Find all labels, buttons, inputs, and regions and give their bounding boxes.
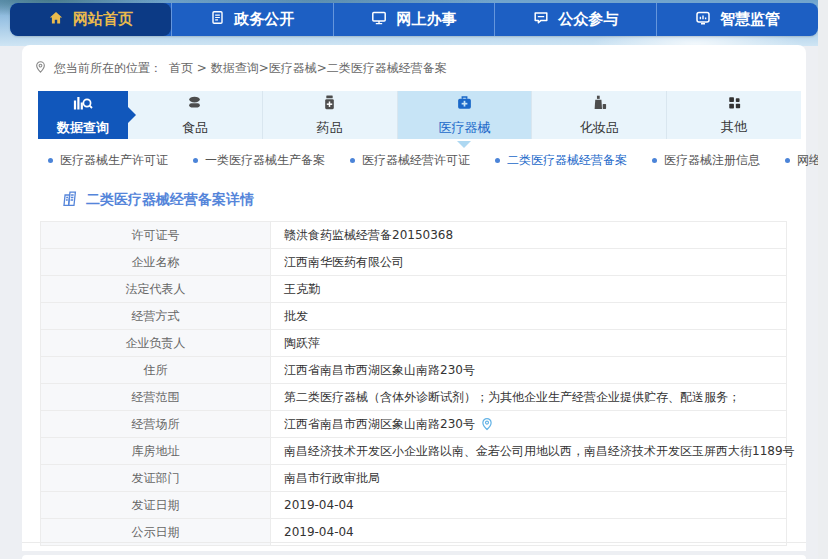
row-value: 赣洪食药监械经营备20150368 (284, 228, 453, 242)
nav-item-label: 政务公开 (234, 10, 294, 29)
tab-label: 数据查询 (57, 119, 109, 137)
row-value-cell: 2019-04-04 (271, 492, 787, 519)
tab-others[interactable]: 其他 (667, 91, 801, 139)
data-query-icon (73, 94, 93, 114)
tab-food[interactable]: 食品 (128, 91, 263, 139)
bullet-dot-icon (48, 158, 53, 163)
row-value: 陶跃萍 (284, 336, 320, 350)
top-navigation: 网站首页 政务公开 网上办事 公众参与 智慧监管 (10, 3, 818, 36)
table-row: 法定代表人 王克勤 (41, 276, 787, 303)
drug-icon (322, 94, 337, 114)
grid-icon (727, 95, 742, 113)
table-row: 发证部门 南昌市行政审批局 (41, 465, 787, 492)
row-label: 发证日期 (41, 492, 271, 519)
row-label: 经营场所 (41, 411, 271, 438)
smart-monitor-icon (695, 10, 711, 30)
nav-item-online-services[interactable]: 网上办事 (333, 3, 495, 36)
tab-label: 药品 (317, 119, 343, 137)
row-value: 2019-04-04 (284, 498, 354, 512)
tab-label: 食品 (182, 119, 208, 137)
tab-cosmetics[interactable]: 化妆品 (532, 91, 667, 139)
tab-data-query[interactable]: 数据查询 (38, 91, 128, 139)
row-value: 批发 (284, 309, 308, 323)
nav-item-label: 智慧监管 (720, 10, 780, 29)
row-label: 发证部门 (41, 465, 271, 492)
row-value-cell: 王克勤 (271, 276, 787, 303)
subnav-operation-license[interactable]: 医疗器械经营许可证 (350, 152, 470, 169)
row-label: 企业名称 (41, 249, 271, 276)
row-value: 南昌市行政审批局 (284, 471, 380, 485)
table-row: 发证日期 2019-04-04 (41, 492, 787, 519)
row-value-cell: 江西省南昌市西湖区象山南路230号 (271, 357, 787, 384)
footer-strip (22, 555, 806, 559)
building-icon (62, 190, 78, 210)
page: 网站首页 政务公开 网上办事 公众参与 智慧监管 您当前所在的位置： 首页 > … (0, 0, 828, 559)
tab-drugs[interactable]: 药品 (263, 91, 398, 139)
row-value-cell: 批发 (271, 303, 787, 330)
row-value-cell: 南昌经济技术开发区小企业路以南、金若公司用地以西，南昌经济技术开发区玉屏西大街1… (271, 438, 787, 465)
row-label: 法定代表人 (41, 276, 271, 303)
location-pin-icon[interactable] (480, 417, 494, 431)
table-row: 经营方式 批发 (41, 303, 787, 330)
scrollbar-track[interactable] (818, 0, 828, 559)
row-label: 许可证号 (41, 222, 271, 249)
nav-item-label: 网上办事 (396, 10, 456, 29)
row-label: 企业负责人 (41, 330, 271, 357)
row-value: 江西省南昌市西湖区象山南路230号 (284, 417, 475, 431)
row-label: 经营范围 (41, 384, 271, 411)
row-value: 王克勤 (284, 282, 320, 296)
food-icon (186, 94, 203, 114)
bullet-dot-icon (495, 158, 500, 163)
table-row: 库房地址 南昌经济技术开发区小企业路以南、金若公司用地以西，南昌经济技术开发区玉… (41, 438, 787, 465)
breadcrumb-prefix: 您当前所在的位置： (54, 60, 162, 77)
sub-navigation: 医疗器械生产许可证 一类医疗器械生产备案 医疗器械经营许可证 二类医疗器械经营备… (22, 139, 806, 181)
content-card: 您当前所在的位置： 首页 > 数据查询>医疗器械>二类医疗器械经营备案 数据查询… (22, 45, 806, 551)
table-row: 经营场所 江西省南昌市西湖区象山南路230号 (41, 411, 787, 438)
subnav-label: 二类医疗器械经营备案 (507, 152, 627, 169)
row-value: 2019-04-04 (284, 525, 354, 539)
table-row: 企业名称 江西南华医药有限公司 (41, 249, 787, 276)
section-title-text: 二类医疗器械经营备案详情 (86, 191, 254, 209)
nav-item-public-participation[interactable]: 公众参与 (494, 3, 656, 36)
subnav-class2-operation-filing[interactable]: 二类医疗器械经营备案 (495, 152, 627, 169)
bullet-dot-icon (785, 158, 790, 163)
nav-item-home[interactable]: 网站首页 (10, 3, 171, 36)
subnav-label: 医疗器械生产许可证 (60, 152, 168, 169)
nav-item-label: 网站首页 (73, 10, 133, 29)
row-value-cell: 江西南华医药有限公司 (271, 249, 787, 276)
row-value: 江西省南昌市西湖区象山南路230号 (284, 363, 475, 377)
row-value: 第二类医疗器械（含体外诊断试剂）；为其他企业生产经营企业提供贮存、配送服务； (284, 390, 740, 404)
category-tabs: 数据查询 食品 药品 医疗器械 化妆品 其他 (38, 91, 801, 139)
card-bottom-divider (22, 542, 806, 543)
subnav-registration-info[interactable]: 医疗器械注册信息 (652, 152, 760, 169)
nav-item-gov-info[interactable]: 政务公开 (171, 3, 333, 36)
tab-medical-devices[interactable]: 医疗器械 (398, 91, 533, 139)
subnav-class1-production-filing[interactable]: 一类医疗器械生产备案 (193, 152, 325, 169)
nav-item-label: 公众参与 (558, 10, 618, 29)
detail-table-body: 许可证号 赣洪食药监械经营备20150368 企业名称 江西南华医药有限公司 法… (41, 222, 787, 546)
subnav-production-license[interactable]: 医疗器械生产许可证 (48, 152, 168, 169)
subnav-label: 医疗器械注册信息 (664, 152, 760, 169)
location-pin-icon (34, 60, 47, 77)
section-title: 二类医疗器械经营备案详情 (62, 190, 806, 210)
breadcrumb: 您当前所在的位置： 首页 > 数据查询>医疗器械>二类医疗器械经营备案 (22, 45, 806, 87)
tab-label: 其他 (721, 118, 747, 136)
tab-label: 化妆品 (580, 119, 619, 137)
table-row: 住所 江西省南昌市西湖区象山南路230号 (41, 357, 787, 384)
monitor-icon (371, 10, 387, 30)
speech-bubble-icon (533, 10, 549, 30)
row-value-cell: 第二类医疗器械（含体外诊断试剂）；为其他企业生产经营企业提供贮存、配送服务； (271, 384, 787, 411)
table-row: 经营范围 第二类医疗器械（含体外诊断试剂）；为其他企业生产经营企业提供贮存、配送… (41, 384, 787, 411)
home-icon (48, 10, 64, 30)
medical-device-icon (456, 94, 473, 114)
cosmetics-icon (591, 94, 608, 114)
nav-item-smart-supervision[interactable]: 智慧监管 (656, 3, 818, 36)
row-value-cell: 赣洪食药监械经营备20150368 (271, 222, 787, 249)
bullet-dot-icon (652, 158, 657, 163)
row-value-cell: 南昌市行政审批局 (271, 465, 787, 492)
breadcrumb-path[interactable]: 首页 > 数据查询>医疗器械>二类医疗器械经营备案 (169, 60, 447, 77)
document-icon (210, 10, 225, 29)
row-value: 江西南华医药有限公司 (284, 255, 404, 269)
row-label: 住所 (41, 357, 271, 384)
bullet-dot-icon (350, 158, 355, 163)
